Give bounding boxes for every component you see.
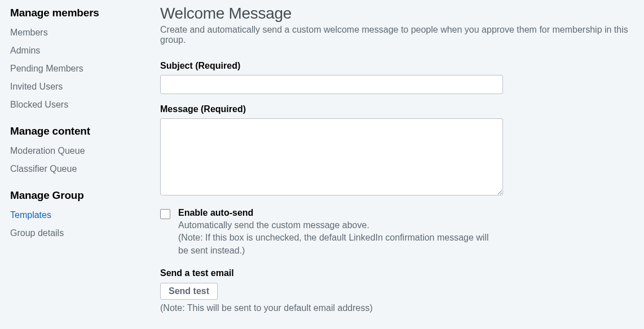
sidebar-item-members[interactable]: Members xyxy=(10,24,157,42)
sidebar-section-members: Manage members Members Admins Pending Me… xyxy=(10,7,157,114)
sidebar-item-admins[interactable]: Admins xyxy=(10,42,157,60)
autosend-description: Automatically send the custom message ab… xyxy=(178,219,500,232)
sidebar-item-blocked-users[interactable]: Blocked Users xyxy=(10,96,157,114)
subject-input[interactable] xyxy=(160,75,503,94)
subject-group: Subject (Required) xyxy=(160,61,639,94)
sidebar-heading-members: Manage members xyxy=(10,7,157,19)
main-content: Welcome Message Create and automatically… xyxy=(157,5,644,329)
sidebar-item-templates[interactable]: Templates xyxy=(10,206,157,224)
sidebar-item-moderation-queue[interactable]: Moderation Queue xyxy=(10,142,157,160)
autosend-row: Enable auto-send Automatically send the … xyxy=(160,208,639,257)
send-test-section: Send a test email Send test (Note: This … xyxy=(160,268,639,313)
autosend-title: Enable auto-send xyxy=(178,208,500,218)
sidebar-item-pending-members[interactable]: Pending Members xyxy=(10,60,157,78)
sidebar-item-group-details[interactable]: Group details xyxy=(10,224,157,242)
send-test-note: (Note: This will be sent to your default… xyxy=(160,303,639,313)
autosend-content: Enable auto-send Automatically send the … xyxy=(178,208,500,257)
sidebar-heading-content: Manage content xyxy=(10,125,157,137)
message-group: Message (Required) xyxy=(160,104,639,198)
message-label: Message (Required) xyxy=(160,104,639,114)
subject-label: Subject (Required) xyxy=(160,61,639,71)
page-title: Welcome Message xyxy=(160,5,639,23)
sidebar-heading-group: Manage Group xyxy=(10,189,157,202)
send-test-heading: Send a test email xyxy=(160,268,639,278)
autosend-checkbox[interactable] xyxy=(160,209,170,219)
sidebar-section-group: Manage Group Templates Group details xyxy=(10,189,157,242)
send-test-button[interactable]: Send test xyxy=(160,283,218,300)
sidebar: Manage members Members Admins Pending Me… xyxy=(10,5,157,329)
sidebar-item-invited-users[interactable]: Invited Users xyxy=(10,78,157,96)
autosend-note: (Note: If this box is unchecked, the def… xyxy=(178,232,500,257)
message-textarea[interactable] xyxy=(160,118,503,195)
sidebar-section-content: Manage content Moderation Queue Classifi… xyxy=(10,125,157,178)
sidebar-item-classifier-queue[interactable]: Classifier Queue xyxy=(10,160,157,178)
page-subtitle: Create and automatically send a custom w… xyxy=(160,25,639,45)
